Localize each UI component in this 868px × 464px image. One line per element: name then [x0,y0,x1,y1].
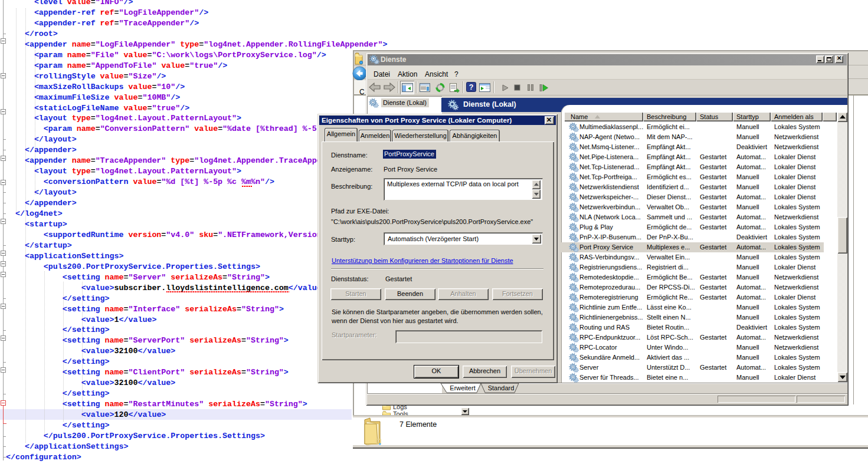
svg-text:?: ? [469,83,474,91]
